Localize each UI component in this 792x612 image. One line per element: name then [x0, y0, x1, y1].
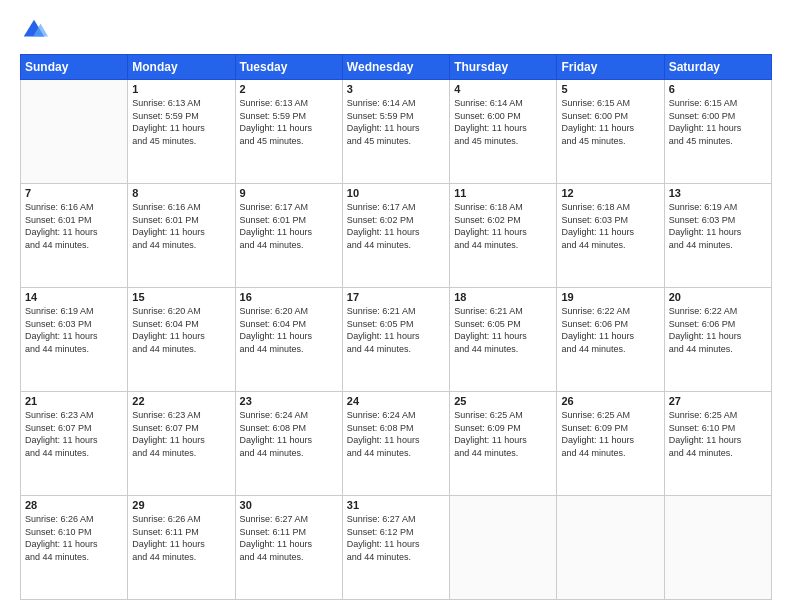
col-header-tuesday: Tuesday	[235, 55, 342, 80]
calendar-cell: 21Sunrise: 6:23 AMSunset: 6:07 PMDayligh…	[21, 392, 128, 496]
day-number: 28	[25, 499, 123, 511]
day-number: 22	[132, 395, 230, 407]
calendar-cell: 9Sunrise: 6:17 AMSunset: 6:01 PMDaylight…	[235, 184, 342, 288]
day-info: Sunrise: 6:19 AMSunset: 6:03 PMDaylight:…	[25, 305, 123, 355]
col-header-friday: Friday	[557, 55, 664, 80]
calendar-cell: 17Sunrise: 6:21 AMSunset: 6:05 PMDayligh…	[342, 288, 449, 392]
calendar-cell: 10Sunrise: 6:17 AMSunset: 6:02 PMDayligh…	[342, 184, 449, 288]
day-info: Sunrise: 6:19 AMSunset: 6:03 PMDaylight:…	[669, 201, 767, 251]
calendar-cell: 11Sunrise: 6:18 AMSunset: 6:02 PMDayligh…	[450, 184, 557, 288]
header	[20, 16, 772, 44]
day-info: Sunrise: 6:16 AMSunset: 6:01 PMDaylight:…	[25, 201, 123, 251]
day-info: Sunrise: 6:16 AMSunset: 6:01 PMDaylight:…	[132, 201, 230, 251]
day-number: 7	[25, 187, 123, 199]
calendar-cell: 31Sunrise: 6:27 AMSunset: 6:12 PMDayligh…	[342, 496, 449, 600]
day-number: 24	[347, 395, 445, 407]
day-number: 21	[25, 395, 123, 407]
day-info: Sunrise: 6:17 AMSunset: 6:02 PMDaylight:…	[347, 201, 445, 251]
calendar-cell: 19Sunrise: 6:22 AMSunset: 6:06 PMDayligh…	[557, 288, 664, 392]
day-number: 23	[240, 395, 338, 407]
calendar-cell: 3Sunrise: 6:14 AMSunset: 5:59 PMDaylight…	[342, 80, 449, 184]
week-row-5: 28Sunrise: 6:26 AMSunset: 6:10 PMDayligh…	[21, 496, 772, 600]
calendar-cell: 22Sunrise: 6:23 AMSunset: 6:07 PMDayligh…	[128, 392, 235, 496]
day-info: Sunrise: 6:27 AMSunset: 6:12 PMDaylight:…	[347, 513, 445, 563]
logo-icon	[20, 16, 48, 44]
day-info: Sunrise: 6:24 AMSunset: 6:08 PMDaylight:…	[240, 409, 338, 459]
day-info: Sunrise: 6:17 AMSunset: 6:01 PMDaylight:…	[240, 201, 338, 251]
day-info: Sunrise: 6:25 AMSunset: 6:10 PMDaylight:…	[669, 409, 767, 459]
calendar-cell: 4Sunrise: 6:14 AMSunset: 6:00 PMDaylight…	[450, 80, 557, 184]
calendar-cell	[557, 496, 664, 600]
calendar-cell: 15Sunrise: 6:20 AMSunset: 6:04 PMDayligh…	[128, 288, 235, 392]
day-number: 27	[669, 395, 767, 407]
calendar-header-row: SundayMondayTuesdayWednesdayThursdayFrid…	[21, 55, 772, 80]
day-number: 3	[347, 83, 445, 95]
calendar-cell	[21, 80, 128, 184]
day-info: Sunrise: 6:23 AMSunset: 6:07 PMDaylight:…	[25, 409, 123, 459]
day-number: 20	[669, 291, 767, 303]
day-info: Sunrise: 6:25 AMSunset: 6:09 PMDaylight:…	[561, 409, 659, 459]
calendar-cell: 6Sunrise: 6:15 AMSunset: 6:00 PMDaylight…	[664, 80, 771, 184]
calendar-cell: 1Sunrise: 6:13 AMSunset: 5:59 PMDaylight…	[128, 80, 235, 184]
day-number: 16	[240, 291, 338, 303]
calendar-cell: 12Sunrise: 6:18 AMSunset: 6:03 PMDayligh…	[557, 184, 664, 288]
calendar-cell: 20Sunrise: 6:22 AMSunset: 6:06 PMDayligh…	[664, 288, 771, 392]
calendar-cell: 28Sunrise: 6:26 AMSunset: 6:10 PMDayligh…	[21, 496, 128, 600]
page: SundayMondayTuesdayWednesdayThursdayFrid…	[0, 0, 792, 612]
day-number: 30	[240, 499, 338, 511]
day-info: Sunrise: 6:23 AMSunset: 6:07 PMDaylight:…	[132, 409, 230, 459]
day-number: 26	[561, 395, 659, 407]
day-info: Sunrise: 6:20 AMSunset: 6:04 PMDaylight:…	[240, 305, 338, 355]
day-number: 2	[240, 83, 338, 95]
calendar-cell: 7Sunrise: 6:16 AMSunset: 6:01 PMDaylight…	[21, 184, 128, 288]
week-row-3: 14Sunrise: 6:19 AMSunset: 6:03 PMDayligh…	[21, 288, 772, 392]
day-info: Sunrise: 6:20 AMSunset: 6:04 PMDaylight:…	[132, 305, 230, 355]
calendar-cell: 29Sunrise: 6:26 AMSunset: 6:11 PMDayligh…	[128, 496, 235, 600]
day-number: 17	[347, 291, 445, 303]
day-number: 12	[561, 187, 659, 199]
day-number: 15	[132, 291, 230, 303]
day-number: 8	[132, 187, 230, 199]
day-info: Sunrise: 6:21 AMSunset: 6:05 PMDaylight:…	[454, 305, 552, 355]
day-info: Sunrise: 6:15 AMSunset: 6:00 PMDaylight:…	[669, 97, 767, 147]
calendar-cell: 14Sunrise: 6:19 AMSunset: 6:03 PMDayligh…	[21, 288, 128, 392]
day-info: Sunrise: 6:22 AMSunset: 6:06 PMDaylight:…	[669, 305, 767, 355]
day-number: 14	[25, 291, 123, 303]
day-number: 6	[669, 83, 767, 95]
calendar-cell: 27Sunrise: 6:25 AMSunset: 6:10 PMDayligh…	[664, 392, 771, 496]
day-number: 5	[561, 83, 659, 95]
col-header-wednesday: Wednesday	[342, 55, 449, 80]
calendar-cell: 26Sunrise: 6:25 AMSunset: 6:09 PMDayligh…	[557, 392, 664, 496]
calendar-table: SundayMondayTuesdayWednesdayThursdayFrid…	[20, 54, 772, 600]
day-number: 11	[454, 187, 552, 199]
day-info: Sunrise: 6:18 AMSunset: 6:02 PMDaylight:…	[454, 201, 552, 251]
day-number: 18	[454, 291, 552, 303]
week-row-1: 1Sunrise: 6:13 AMSunset: 5:59 PMDaylight…	[21, 80, 772, 184]
day-info: Sunrise: 6:24 AMSunset: 6:08 PMDaylight:…	[347, 409, 445, 459]
day-info: Sunrise: 6:13 AMSunset: 5:59 PMDaylight:…	[132, 97, 230, 147]
calendar-cell: 24Sunrise: 6:24 AMSunset: 6:08 PMDayligh…	[342, 392, 449, 496]
col-header-sunday: Sunday	[21, 55, 128, 80]
day-info: Sunrise: 6:15 AMSunset: 6:00 PMDaylight:…	[561, 97, 659, 147]
calendar-cell	[664, 496, 771, 600]
calendar-cell: 5Sunrise: 6:15 AMSunset: 6:00 PMDaylight…	[557, 80, 664, 184]
day-number: 29	[132, 499, 230, 511]
day-number: 10	[347, 187, 445, 199]
week-row-2: 7Sunrise: 6:16 AMSunset: 6:01 PMDaylight…	[21, 184, 772, 288]
day-number: 25	[454, 395, 552, 407]
day-number: 9	[240, 187, 338, 199]
day-info: Sunrise: 6:26 AMSunset: 6:11 PMDaylight:…	[132, 513, 230, 563]
day-number: 4	[454, 83, 552, 95]
day-number: 1	[132, 83, 230, 95]
calendar-cell: 23Sunrise: 6:24 AMSunset: 6:08 PMDayligh…	[235, 392, 342, 496]
day-number: 13	[669, 187, 767, 199]
calendar-cell: 13Sunrise: 6:19 AMSunset: 6:03 PMDayligh…	[664, 184, 771, 288]
day-info: Sunrise: 6:18 AMSunset: 6:03 PMDaylight:…	[561, 201, 659, 251]
day-info: Sunrise: 6:26 AMSunset: 6:10 PMDaylight:…	[25, 513, 123, 563]
calendar-cell: 30Sunrise: 6:27 AMSunset: 6:11 PMDayligh…	[235, 496, 342, 600]
calendar-cell	[450, 496, 557, 600]
day-info: Sunrise: 6:22 AMSunset: 6:06 PMDaylight:…	[561, 305, 659, 355]
col-header-monday: Monday	[128, 55, 235, 80]
day-info: Sunrise: 6:25 AMSunset: 6:09 PMDaylight:…	[454, 409, 552, 459]
calendar-cell: 8Sunrise: 6:16 AMSunset: 6:01 PMDaylight…	[128, 184, 235, 288]
